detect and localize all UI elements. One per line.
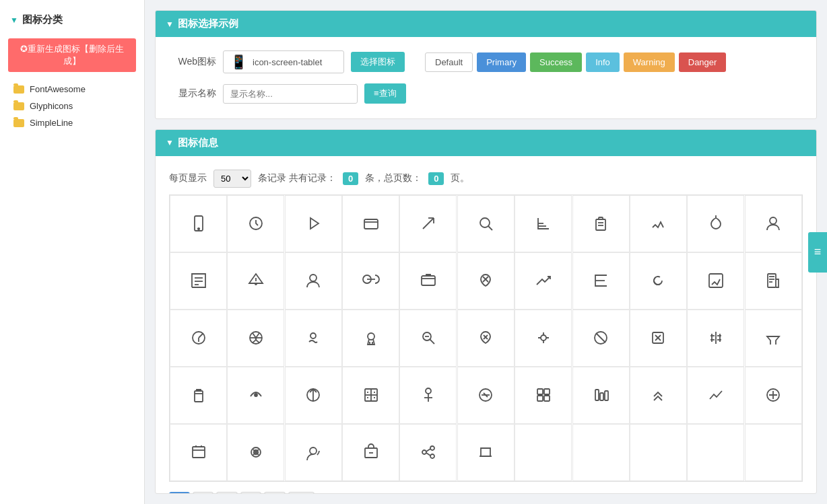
icon-cell[interactable] — [227, 195, 284, 252]
icon-cell[interactable] — [285, 367, 342, 424]
icon-cell[interactable] — [515, 252, 572, 310]
icon-cell[interactable] — [457, 195, 515, 252]
regen-button[interactable]: ✪重新生成图标【删除后生成】 — [8, 38, 136, 72]
icon-cell[interactable] — [227, 367, 284, 424]
float-menu-button[interactable]: ≡ — [808, 232, 827, 273]
page-next-btn[interactable]: > — [264, 492, 286, 494]
icon-cell[interactable] — [227, 424, 284, 481]
icon-cell[interactable] — [572, 252, 630, 310]
svg-line-3 — [423, 218, 434, 229]
icon-cell[interactable] — [457, 424, 515, 481]
web-icon-label: Web图标 — [169, 56, 216, 68]
page-last-btn[interactable]: >> — [288, 492, 315, 494]
icon-cell[interactable] — [342, 252, 399, 310]
svg-rect-74 — [537, 389, 543, 394]
icon-cell[interactable] — [515, 195, 572, 252]
sidebar-item-fontawesome[interactable]: FontAwesome — [0, 81, 144, 98]
icon-cell[interactable] — [399, 367, 457, 424]
icon-cell[interactable] — [630, 310, 687, 367]
icon-cell[interactable] — [285, 310, 342, 367]
icon-cell[interactable] — [342, 195, 399, 252]
svg-marker-1 — [310, 218, 319, 229]
icon-cell[interactable] — [399, 424, 457, 481]
btn-success[interactable]: Success — [530, 52, 582, 72]
btn-warning[interactable]: Warning — [624, 52, 675, 72]
svg-rect-80 — [605, 391, 608, 400]
icon-cell[interactable] — [170, 310, 227, 367]
folder-icon — [13, 102, 24, 110]
icon-cell[interactable] — [572, 424, 630, 481]
icon-cell[interactable] — [572, 310, 630, 367]
icon-cell[interactable] — [745, 310, 802, 367]
icon-cell[interactable] — [457, 252, 515, 310]
icon-cell[interactable] — [285, 195, 342, 252]
page-btn-1[interactable]: 1 — [169, 492, 190, 494]
sidebar-item-glyphicons[interactable]: Glyphicons — [0, 98, 144, 114]
svg-point-88 — [310, 447, 317, 454]
per-page-select[interactable]: 50 10 20 100 — [213, 170, 251, 188]
icon-cell[interactable] — [687, 424, 744, 481]
svg-point-93 — [430, 454, 434, 458]
icon-select-panel: 图标选择示例 Web图标 📱 icon-screen-tablet 选择图标 D… — [155, 10, 817, 119]
icon-cell[interactable] — [170, 252, 227, 310]
svg-rect-22 — [422, 276, 435, 285]
btn-info[interactable]: Info — [586, 52, 620, 72]
display-name-input[interactable] — [223, 84, 358, 104]
svg-rect-84 — [193, 447, 205, 458]
icon-cell[interactable] — [170, 424, 227, 481]
icon-cell[interactable] — [630, 252, 687, 310]
icon-cell[interactable] — [342, 367, 399, 424]
icon-cell[interactable] — [227, 252, 284, 310]
icon-cell[interactable] — [687, 310, 744, 367]
icon-cell[interactable] — [745, 195, 802, 252]
svg-line-7 — [488, 226, 492, 230]
icon-cell[interactable] — [572, 195, 630, 252]
icon-cell[interactable] — [630, 367, 687, 424]
btn-primary[interactable]: Primary — [477, 52, 526, 72]
svg-point-36 — [310, 333, 316, 338]
icon-cell[interactable] — [170, 367, 227, 424]
per-page-label: 每页显示 — [169, 172, 207, 184]
icon-cell[interactable] — [170, 195, 227, 252]
icon-cell[interactable] — [399, 252, 457, 310]
icon-cell[interactable] — [687, 367, 744, 424]
pages-suffix: 页。 — [451, 172, 469, 184]
icon-cell[interactable] — [227, 310, 284, 367]
sidebar-item-simpleline[interactable]: SimpleLine — [0, 114, 144, 131]
icon-cell[interactable] — [572, 367, 630, 424]
icon-cell[interactable] — [515, 310, 572, 367]
total-pages-label: 条，总页数： — [365, 172, 422, 184]
icon-cell[interactable] — [285, 252, 342, 310]
svg-point-0 — [197, 228, 199, 229]
btn-danger[interactable]: Danger — [679, 52, 727, 72]
icon-cell[interactable] — [745, 424, 802, 481]
page-btn-3[interactable]: 3 — [216, 492, 237, 494]
icon-cell[interactable] — [687, 252, 744, 310]
select-icon-button[interactable]: 选择图标 — [351, 52, 405, 72]
icon-cell[interactable] — [399, 195, 457, 252]
svg-line-32 — [199, 334, 203, 338]
page-btn-4[interactable]: 4 — [240, 492, 261, 494]
icon-cell[interactable] — [515, 424, 572, 481]
svg-point-14 — [770, 217, 776, 224]
icon-cell[interactable] — [630, 195, 687, 252]
icon-cell[interactable] — [342, 424, 399, 481]
icon-select-body: Web图标 📱 icon-screen-tablet 选择图标 Default … — [156, 37, 816, 119]
search-button[interactable]: ≡查询 — [364, 83, 406, 104]
icon-cell[interactable] — [457, 310, 515, 367]
icon-cell[interactable] — [399, 310, 457, 367]
page-btn-2[interactable]: 2 — [193, 492, 213, 494]
icon-cell[interactable] — [285, 424, 342, 481]
svg-point-43 — [541, 335, 546, 340]
icon-cell[interactable] — [630, 424, 687, 481]
svg-rect-27 — [768, 274, 776, 287]
icon-cell[interactable] — [745, 252, 802, 310]
icon-cell[interactable] — [745, 367, 802, 424]
btn-default[interactable]: Default — [425, 52, 473, 72]
svg-rect-75 — [544, 389, 550, 394]
icon-cell[interactable] — [342, 310, 399, 367]
icon-cell[interactable] — [515, 367, 572, 424]
svg-rect-79 — [600, 393, 603, 400]
icon-cell[interactable] — [457, 367, 515, 424]
icon-cell[interactable] — [687, 195, 744, 252]
